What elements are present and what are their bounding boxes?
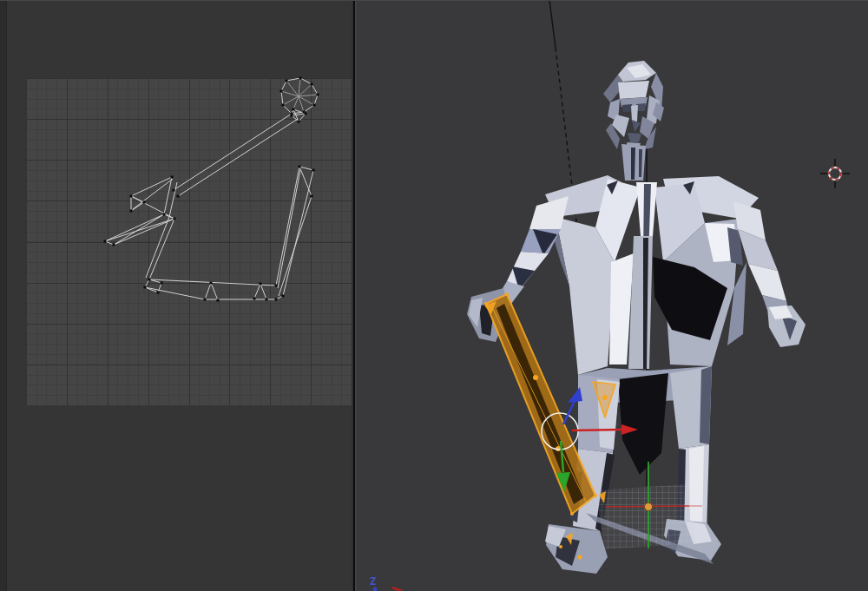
uv-editor-panel[interactable] bbox=[0, 0, 352, 591]
face-dot bbox=[602, 395, 608, 400]
head bbox=[603, 61, 664, 156]
gizmo-z-arrow[interactable] bbox=[563, 401, 575, 424]
viewport-3d-panel[interactable]: Z bbox=[357, 0, 868, 591]
uv-tall-loop bbox=[276, 167, 313, 299]
uv-vertices bbox=[104, 77, 319, 302]
uv-long-strip bbox=[174, 114, 298, 196]
uv-zigzag bbox=[105, 177, 177, 279]
mini-axis-z-label: Z bbox=[370, 575, 376, 588]
jacket-torso bbox=[552, 217, 746, 375]
window-top-edge bbox=[0, 0, 868, 1]
gizmo-z-arrowhead[interactable] bbox=[568, 387, 582, 403]
uv-wireframe-island[interactable] bbox=[0, 0, 352, 591]
face-dot bbox=[533, 375, 538, 380]
3d-cursor[interactable] bbox=[820, 159, 850, 188]
origin-dot[interactable] bbox=[645, 503, 653, 511]
neck bbox=[621, 144, 646, 181]
mini-axis-gizmo: Z bbox=[370, 575, 402, 591]
gizmo-x-arrow[interactable] bbox=[572, 430, 621, 430]
